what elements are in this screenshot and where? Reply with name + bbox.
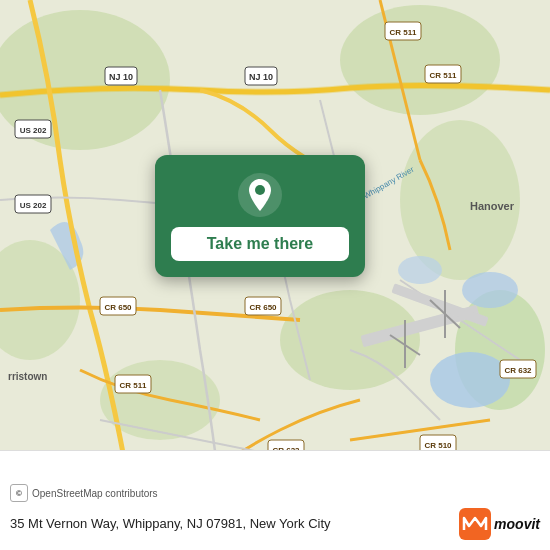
svg-text:CR 511: CR 511 (429, 71, 457, 80)
svg-text:US 202: US 202 (20, 126, 47, 135)
svg-text:NJ 10: NJ 10 (109, 72, 133, 82)
address-text: 35 Mt Vernon Way, Whippany, NJ 07981, Ne… (10, 515, 459, 533)
moovit-icon (459, 508, 491, 540)
bottom-info-bar: © OpenStreetMap contributors 35 Mt Verno… (0, 450, 550, 550)
svg-text:rristown: rristown (8, 371, 47, 382)
svg-text:US 202: US 202 (20, 201, 47, 210)
svg-text:Hanover: Hanover (470, 200, 515, 212)
svg-text:CR 511: CR 511 (389, 28, 417, 37)
svg-point-9 (462, 272, 518, 308)
svg-text:CR 632: CR 632 (504, 366, 532, 375)
svg-text:CR 650: CR 650 (249, 303, 277, 312)
osm-logo: © (10, 484, 28, 502)
moovit-wordmark: moovit (494, 516, 540, 532)
navigation-card: Take me there (155, 155, 365, 277)
location-pin-icon (238, 173, 282, 217)
osm-attribution: © OpenStreetMap contributors (10, 484, 540, 502)
svg-text:CR 650: CR 650 (104, 303, 132, 312)
address-row: 35 Mt Vernon Way, Whippany, NJ 07981, Ne… (10, 508, 540, 540)
svg-text:NJ 10: NJ 10 (249, 72, 273, 82)
svg-point-10 (398, 256, 442, 284)
attribution-text: OpenStreetMap contributors (32, 488, 158, 499)
take-me-there-button[interactable]: Take me there (171, 227, 349, 261)
svg-point-8 (430, 352, 510, 408)
svg-point-45 (255, 185, 265, 195)
svg-text:CR 510: CR 510 (424, 441, 452, 450)
svg-text:CR 511: CR 511 (119, 381, 147, 390)
moovit-logo: moovit (459, 508, 540, 540)
svg-point-2 (340, 5, 500, 115)
